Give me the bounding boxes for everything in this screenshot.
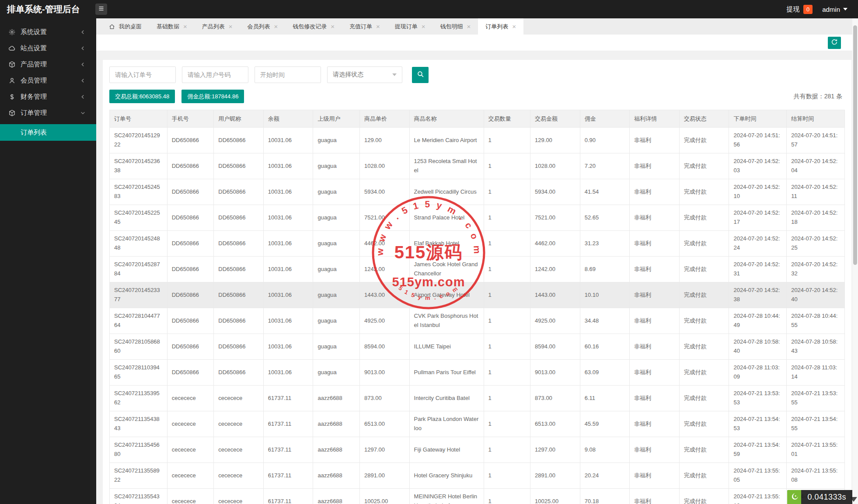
table-cell: 完成付款 [679,437,729,463]
table-cell: 1028.00 [360,153,410,179]
table-cell: 7.20 [580,153,630,179]
tab-withdraw-orders[interactable]: 提现订单× [387,18,433,35]
table-cell: 5934.00 [360,179,410,205]
table-cell: DD650866 [214,231,264,257]
table-cell: 1 [484,489,530,504]
tab-wallet-detail[interactable]: 钱包明细× [433,18,478,35]
table-cell: DD650866 [214,128,264,153]
table-cell: 1 [484,437,530,463]
sidebar-item-order-management[interactable]: 订单管理 [0,105,96,121]
table-cell: ILLUME Taipei [409,334,484,360]
sidebar: 系统设置站点设置产品管理会员管理财务管理订单管理订单列表 [0,18,96,504]
sidebar-item-system-settings[interactable]: 系统设置 [0,24,96,40]
close-icon[interactable]: × [274,23,278,30]
close-icon[interactable]: × [422,23,426,30]
table-cell: 61737.11 [263,411,313,437]
table-cell: 完成付款 [679,334,729,360]
table-cell: 60.16 [580,334,630,360]
withdraw-button[interactable]: 提现 0 [786,5,813,14]
tab-label: 我的桌面 [119,23,142,31]
tab-product-list[interactable]: 产品列表× [195,18,240,35]
refresh-button[interactable] [828,37,841,49]
chevron-left-icon [80,29,86,35]
refresh-icon [831,38,838,47]
orders-table-wrap: 订单号手机号用户昵称余额上级用户商品单价商品名称交易数量交易金额佣金福利详情交易… [109,110,845,504]
sidebar-item-finance-management[interactable]: 财务管理 [0,89,96,105]
table-cell: 非福利 [630,411,680,437]
close-icon[interactable]: × [467,23,471,30]
table-cell: 非福利 [630,437,680,463]
tab-member-list[interactable]: 会员列表× [240,18,286,35]
tab-wallet-edit-log[interactable]: 钱包修改记录× [285,18,342,35]
tab-desktop[interactable]: 我的桌面 [101,18,149,35]
close-icon[interactable]: × [331,23,335,30]
table-cell: cececece [167,386,214,411]
sidebar-item-label: 产品管理 [21,60,47,69]
start-time-input[interactable] [255,66,321,83]
table-cell: SC24072014523377 [110,282,167,308]
tab-base-data[interactable]: 基础数据× [149,18,195,35]
user-menu[interactable]: admin [822,6,848,13]
table-cell: cececece [167,411,214,437]
table-cell: 非福利 [630,463,680,489]
table-cell: 完成付款 [679,386,729,411]
table-cell: aazz6688 [313,386,360,411]
sidebar-item-member-management[interactable]: 会员管理 [0,73,96,89]
table-cell: 10031.06 [263,205,313,231]
table-cell: aazz6688 [313,489,360,504]
table-cell: guagua [313,128,360,153]
close-icon[interactable]: × [229,23,233,30]
cloud-icon [8,45,16,52]
column-header: 交易数量 [484,110,530,128]
sidebar-item-product-management[interactable]: 产品管理 [0,56,96,73]
column-header: 下单时间 [729,110,787,128]
sidebar-subitem-order-list[interactable]: 订单列表 [0,124,96,141]
table-cell: 完成付款 [679,411,729,437]
table-cell: 2024-07-28 10:58:40 [729,334,787,360]
table-cell: Park Plaza London Waterloo [409,411,484,437]
search-button[interactable] [412,67,429,83]
table-cell: 2024-07-20 14:52:04 [787,153,845,179]
table-cell: 6513.00 [360,411,410,437]
table-row: SC24072810447764DD650866DD65086610031.06… [110,308,845,334]
dollar-icon [8,93,16,101]
table-cell: 1 [484,386,530,411]
table-cell: DD650866 [167,360,214,386]
sidebar-item-site-settings[interactable]: 站点设置 [0,40,96,56]
table-cell: 7521.00 [360,205,410,231]
status-select[interactable]: 请选择状态 [327,66,402,83]
table-cell: 9013.00 [360,360,410,386]
user-no-input[interactable] [182,66,248,83]
user-icon [8,77,16,84]
close-icon[interactable]: × [512,23,516,30]
table-cell: DD650866 [167,153,214,179]
table-cell: 2024-07-28 11:03:09 [729,360,787,386]
table-cell: 完成付款 [679,257,729,282]
table-cell: SC24072811039465 [110,360,167,386]
caret-down-icon [843,8,848,10]
table-cell: SC24072810586860 [110,334,167,360]
table-cell: 2024-07-20 14:51:56 [729,128,787,153]
table-cell: 41.54 [580,179,630,205]
table-row: SC24072113554334cececececececece61737.11… [110,489,845,504]
sidebar-toggle-button[interactable] [95,3,107,15]
order-no-input[interactable] [109,66,176,83]
column-header: 商品名称 [409,110,484,128]
table-cell: 2024-07-20 14:52:11 [787,179,845,205]
table-cell: SC24072014523638 [110,153,167,179]
close-icon[interactable]: × [376,23,380,30]
tab-recharge-orders[interactable]: 充值订单× [342,18,387,35]
gear-icon [8,28,16,36]
table-cell: Hotel Gracery Shinjuku [409,463,484,489]
table-cell: 非福利 [630,231,680,257]
sidebar-item-label: 订单管理 [21,109,47,117]
tab-order-list[interactable]: 订单列表× [478,18,523,35]
table-cell: SC24072113539562 [110,386,167,411]
table-cell: SC24072113545680 [110,437,167,463]
table-cell: 4462.00 [530,231,580,257]
withdraw-count-badge: 0 [803,5,813,14]
close-icon[interactable]: × [183,23,187,30]
scrollbar-thumb[interactable] [853,25,857,265]
table-cell: 10031.06 [263,179,313,205]
table-cell: 非福利 [630,128,680,153]
